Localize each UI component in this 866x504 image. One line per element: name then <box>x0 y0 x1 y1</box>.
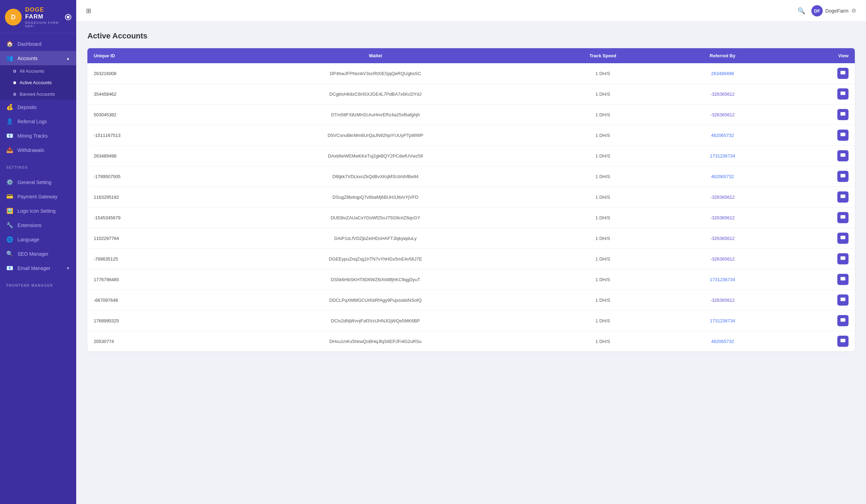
logo-title: DOGE FARM <box>25 6 62 20</box>
logo-avatar: D <box>5 9 22 25</box>
main-nav: 🏠 Dashboard 👥 Accounts ▲ All Accounts Ac… <box>0 33 76 161</box>
view-button[interactable] <box>837 191 849 203</box>
view-button[interactable] <box>837 68 849 79</box>
chat-icon <box>840 174 846 179</box>
sidebar-item-language[interactable]: 🌐 Language <box>0 232 76 247</box>
chevron-up-icon: ▲ <box>66 56 70 60</box>
view-button[interactable] <box>837 171 849 182</box>
sidebar-item-logo-icon-setting[interactable]: 🖼️ Logo Icon Setting <box>0 204 76 218</box>
sidebar-label-withdrawals: Withdrawals <box>17 147 44 153</box>
cell-view <box>782 125 855 146</box>
sidebar-label-email-manager: Email Manager <box>17 265 50 271</box>
sidebar-item-withdrawals[interactable]: 📤 Withdrawals <box>0 143 76 157</box>
sidebar-item-payment-gateway[interactable]: 💳 Payment Gateway <box>0 189 76 204</box>
cell-wallet: DUE8ivZAUaCsYDoWf25oJ75G9crtZ6qcGY <box>209 207 542 228</box>
home-icon: 🏠 <box>6 41 13 47</box>
cell-wallet: DP4hwJFPNxnbV3xcRtXiESjqQeRQUgbsSC <box>209 63 542 84</box>
cell-wallet: DAiP1sLfVDZjbZeiHDoHAFTJbjkyiqduLy <box>209 228 542 249</box>
cell-referred: 263489498 <box>664 63 782 84</box>
view-button[interactable] <box>837 315 849 326</box>
cell-view <box>782 249 855 269</box>
cell-referred: 462065732 <box>664 331 782 352</box>
cell-speed: 1 DH/S <box>542 331 664 352</box>
logo-farm: FARM <box>25 13 43 20</box>
cell-unique-id: 1768995325 <box>87 311 209 331</box>
sidebar-item-active-accounts[interactable]: Active Accounts <box>0 77 76 88</box>
accounts-icon: 👥 <box>6 55 13 61</box>
view-button[interactable] <box>837 253 849 264</box>
logo-dot[interactable] <box>65 14 71 20</box>
cell-view <box>782 63 855 84</box>
topbar-right: 🔍 DF DogeFarm ⚙ <box>797 5 856 16</box>
cell-referred: -326365612 <box>664 84 782 104</box>
cell-view <box>782 104 855 125</box>
cell-unique-id: 263216008 <box>87 63 209 84</box>
table-row: -1511167513 D5VCsnuBkrMm6UrQaJN92hpiYUUy… <box>87 125 855 146</box>
cell-wallet: DGEEypuZnqZsg1hTN7vYhHGx5mE4v56J7E <box>209 249 542 269</box>
cell-wallet: DCtx2dNjWvnjFaf3VciJHNJGjWQe5MK6BP <box>209 311 542 331</box>
col-view: View <box>782 48 855 63</box>
cell-wallet: DSugZ8brkqpQ7v6baMj6BUH3JttArYjVFD <box>209 187 542 207</box>
chat-icon <box>840 132 846 138</box>
accounts-table: Unique ID Wallet Track Speed Referred By… <box>87 48 855 351</box>
language-icon: 🌐 <box>6 236 13 243</box>
view-button[interactable] <box>837 150 849 161</box>
view-button[interactable] <box>837 212 849 223</box>
sidebar-item-email-manager[interactable]: 📧 Email Manager ▼ <box>0 261 76 275</box>
cell-wallet: DHxu1mKx5hkwQoBHqJfqS6EPJFi4G2uRSu <box>209 331 542 352</box>
cell-speed: 1 DH/S <box>542 207 664 228</box>
cell-view <box>782 311 855 331</box>
sidebar-item-all-accounts[interactable]: All Accounts <box>0 65 76 77</box>
cell-referred: 462065732 <box>664 125 782 146</box>
deposits-icon: 💰 <box>6 104 13 110</box>
sidebar-item-dashboard[interactable]: 🏠 Dashboard <box>0 37 76 51</box>
view-button[interactable] <box>837 88 849 100</box>
view-button[interactable] <box>837 130 849 141</box>
view-button[interactable] <box>837 336 849 347</box>
cell-view <box>782 166 855 187</box>
sidebar-label-language: Language <box>17 237 39 242</box>
chat-icon <box>840 297 846 303</box>
sidebar-item-accounts[interactable]: 👥 Accounts ▲ <box>0 51 76 65</box>
email-icon: 📧 <box>6 265 13 271</box>
cell-referred: -326365612 <box>664 187 782 207</box>
sidebar-label-all-accounts: All Accounts <box>20 68 44 74</box>
view-button[interactable] <box>837 109 849 120</box>
extensions-icon: 🔧 <box>6 222 13 228</box>
cell-speed: 1 DH/S <box>542 146 664 166</box>
sidebar-item-referral-logs[interactable]: 👤 Referral Logs <box>0 114 76 129</box>
cell-speed: 1 DH/S <box>542 84 664 104</box>
sidebar-item-banned-accounts[interactable]: Banned Accounts <box>0 88 76 100</box>
accounts-sub-nav: All Accounts Active Accounts Banned Acco… <box>0 65 76 100</box>
table-row: -1789507505 D8tjkk7VDLkxnZkQdBvXKqMSUtAt… <box>87 166 855 187</box>
cell-view <box>782 187 855 207</box>
collapse-icon[interactable]: ⊞ <box>86 7 91 15</box>
cell-unique-id: 20530774 <box>87 331 209 352</box>
view-button[interactable] <box>837 294 849 306</box>
user-settings-icon[interactable]: ⚙ <box>851 7 856 14</box>
cell-wallet: D5VCsnuBkrMm6UrQaJN92hpiYUUyPTpWWP <box>209 125 542 146</box>
sidebar-item-seo-manager[interactable]: 🔍 SEO Manager <box>0 247 76 261</box>
view-button[interactable] <box>837 274 849 285</box>
main-content: ⊞ 🔍 DF DogeFarm ⚙ Active Accounts <box>76 0 866 504</box>
search-icon[interactable]: 🔍 <box>797 7 805 15</box>
sidebar-item-extensions[interactable]: 🔧 Extensions <box>0 218 76 232</box>
col-unique-id: Unique ID <box>87 48 209 63</box>
table-row: 1102297764 DAiP1sLfVDZjbZeiHDoHAFTJbjkyi… <box>87 228 855 249</box>
logo-doge: DOGE <box>25 6 44 13</box>
cell-unique-id: -667097648 <box>87 290 209 311</box>
sidebar-item-mining-tracks[interactable]: 📧 Mining Tracks <box>0 129 76 143</box>
sidebar-item-deposits[interactable]: 💰 Deposits <box>0 100 76 114</box>
table-row: -667097648 DDCLPqXMMGCUrKbRfAgy9Pujxsskb… <box>87 290 855 311</box>
table-row: 263216008 DP4hwJFPNxnbV3xcRtXiESjqQeRQUg… <box>87 63 855 84</box>
cell-speed: 1 DH/S <box>542 63 664 84</box>
cell-wallet: DDCLPqXMMGCUrKbRfAgy9PujxsskbNSofQ <box>209 290 542 311</box>
logo-text: DOGE FARM DOGECOIN FARM DEFI <box>25 6 62 28</box>
cell-view <box>782 207 855 228</box>
view-button[interactable] <box>837 233 849 244</box>
sidebar-item-general-setting[interactable]: ⚙️ General Setting <box>0 175 76 189</box>
username-label: DogeFarm <box>825 8 849 14</box>
sidebar-label-payment-gateway: Payment Gateway <box>17 194 57 199</box>
sidebar-label-deposits: Deposits <box>17 104 36 110</box>
chat-icon <box>840 194 846 200</box>
